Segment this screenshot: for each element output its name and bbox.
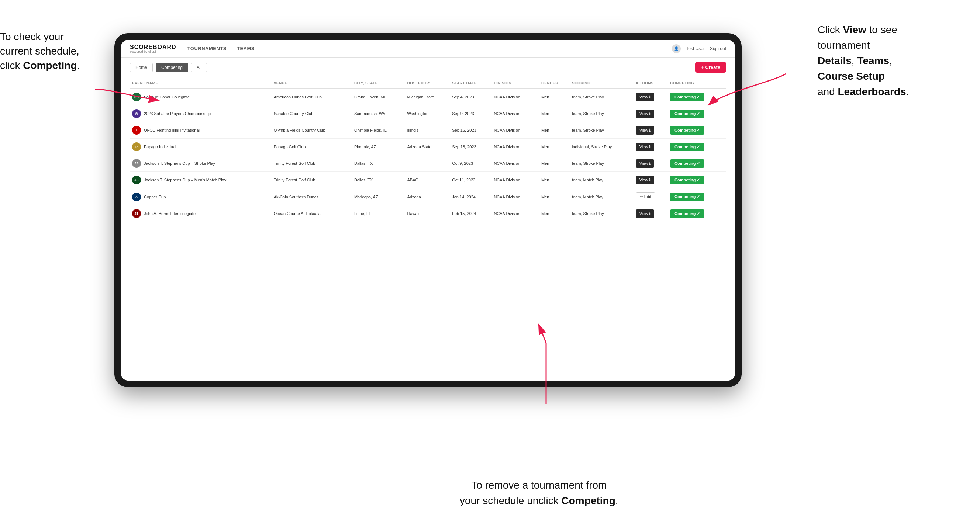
tournaments-table: EVENT NAME VENUE CITY, STATE HOSTED BY S… [130, 78, 726, 222]
competing-button[interactable]: Competing ✓ [670, 93, 705, 102]
city-state-cell: Olympia Fields, IL [352, 122, 405, 139]
division-cell: NCAA Division I [492, 139, 539, 155]
table-row: W 2023 Sahalee Players Championship Saha… [130, 105, 726, 122]
division-cell: NCAA Division I [492, 105, 539, 122]
event-name: Copper Cup [144, 195, 165, 199]
navbar: SCOREBOARD Powered by clippi TOURNAMENTS… [121, 40, 735, 57]
competing-cell: Competing ✓ [668, 139, 726, 155]
city-state-cell: Maricopa, AZ [352, 189, 405, 205]
venue-cell: Sahalee Country Club [272, 105, 352, 122]
actions-cell: View ℹ [633, 89, 668, 105]
start-date-cell: Oct 9, 2023 [450, 155, 492, 172]
competing-button[interactable]: Competing ✓ [670, 176, 705, 184]
division-cell: NCAA Division I [492, 89, 539, 105]
nav-tournaments[interactable]: TOURNAMENTS [188, 46, 227, 51]
view-button[interactable]: View ℹ [636, 93, 655, 102]
competing-button[interactable]: Competing ✓ [670, 126, 705, 135]
competing-button[interactable]: Competing ✓ [670, 210, 705, 218]
col-start-date: START DATE [450, 78, 492, 89]
view-button[interactable]: View ℹ [636, 159, 655, 168]
venue-cell: Trinity Forest Golf Club [272, 155, 352, 172]
team-logo: P [132, 142, 141, 151]
competing-cell: Competing ✓ [668, 122, 726, 139]
hosted-by-cell: Arizona [405, 189, 450, 205]
view-button[interactable]: View ℹ [636, 143, 655, 151]
table-row: P Papago Individual Papago Golf ClubPhoe… [130, 139, 726, 155]
view-button[interactable]: View ℹ [636, 176, 655, 184]
table-row: I OFCC Fighting Illini Invitational Olym… [130, 122, 726, 139]
col-competing: COMPETING [668, 78, 726, 89]
event-name-cell: JS Jackson T. Stephens Cup – Stroke Play [130, 155, 272, 172]
event-name: Folds of Honor Collegiate [144, 95, 190, 99]
city-state-cell: Phoenix, AZ [352, 139, 405, 155]
actions-cell: View ℹ [633, 172, 668, 189]
event-name: 2023 Sahalee Players Championship [144, 111, 211, 116]
toolbar: Home Competing All + Create [121, 57, 735, 78]
view-button[interactable]: View ℹ [636, 110, 655, 118]
scoring-cell: team, Stroke Play [570, 205, 633, 222]
hosted-by-cell: ABAC [405, 172, 450, 189]
team-logo: JS [132, 159, 141, 168]
venue-cell: Papago Golf Club [272, 139, 352, 155]
user-name: Test User [686, 46, 705, 51]
competing-button[interactable]: Competing ✓ [670, 192, 705, 201]
gender-cell: Men [539, 105, 570, 122]
view-button[interactable]: View ℹ [636, 126, 655, 135]
actions-cell: ✏ Edit [633, 189, 668, 205]
actions-cell: View ℹ [633, 205, 668, 222]
event-name: Jackson T. Stephens Cup – Men's Match Pl… [144, 178, 226, 182]
nav-links: TOURNAMENTS TEAMS [188, 46, 672, 51]
hosted-by-cell: Hawaii [405, 205, 450, 222]
tablet-screen: SCOREBOARD Powered by clippi TOURNAMENTS… [121, 40, 735, 381]
event-name-cell: FH Folds of Honor Collegiate [130, 89, 272, 105]
event-name-cell: W 2023 Sahalee Players Championship [130, 105, 272, 122]
table-row: JS Jackson T. Stephens Cup – Stroke Play… [130, 155, 726, 172]
scoring-cell: team, Stroke Play [570, 122, 633, 139]
tab-home[interactable]: Home [130, 63, 153, 72]
content-area: Home Competing All + Create EVENT NAME V… [121, 57, 735, 381]
create-button[interactable]: + Create [695, 62, 726, 73]
hosted-by-cell: Michigan State [405, 89, 450, 105]
competing-button[interactable]: Competing ✓ [670, 159, 705, 168]
start-date-cell: Oct 11, 2023 [450, 172, 492, 189]
event-name-cell: JS Jackson T. Stephens Cup – Men's Match… [130, 172, 272, 189]
team-logo: A [132, 192, 141, 202]
competing-cell: Competing ✓ [668, 172, 726, 189]
brand-subtitle: Powered by clippi [130, 50, 177, 54]
competing-cell: Competing ✓ [668, 205, 726, 222]
team-logo: FH [132, 92, 141, 102]
event-name-cell: P Papago Individual [130, 139, 272, 155]
actions-cell: View ℹ [633, 155, 668, 172]
team-logo: JS [132, 176, 141, 184]
venue-cell: Ocean Course At Hokuala [272, 205, 352, 222]
event-name: OFCC Fighting Illini Invitational [144, 128, 200, 132]
col-scoring: SCORING [570, 78, 633, 89]
gender-cell: Men [539, 155, 570, 172]
event-name-cell: A Copper Cup [130, 189, 272, 205]
sign-out-link[interactable]: Sign out [710, 46, 726, 51]
tab-competing[interactable]: Competing [156, 63, 188, 72]
division-cell: NCAA Division I [492, 155, 539, 172]
nav-teams[interactable]: TEAMS [237, 46, 255, 51]
col-gender: GENDER [539, 78, 570, 89]
event-name: Papago Individual [144, 144, 176, 149]
venue-cell: American Dunes Golf Club [272, 89, 352, 105]
division-cell: NCAA Division I [492, 122, 539, 139]
edit-button[interactable]: ✏ Edit [636, 192, 655, 202]
city-state-cell: Lihue, HI [352, 205, 405, 222]
annotation-top-right: Click View to see tournament Details, Te… [818, 22, 958, 100]
col-division: DIVISION [492, 78, 539, 89]
venue-cell: Trinity Forest Golf Club [272, 172, 352, 189]
col-actions: ACTIONS [633, 78, 668, 89]
scoring-cell: team, Stroke Play [570, 155, 633, 172]
scoring-cell: individual, Stroke Play [570, 139, 633, 155]
competing-button[interactable]: Competing ✓ [670, 143, 705, 151]
scoring-cell: team, Match Play [570, 189, 633, 205]
event-name: Jackson T. Stephens Cup – Stroke Play [144, 161, 215, 165]
competing-button[interactable]: Competing ✓ [670, 110, 705, 118]
gender-cell: Men [539, 172, 570, 189]
view-button[interactable]: View ℹ [636, 210, 655, 218]
team-logo: I [132, 126, 141, 135]
tab-all[interactable]: All [191, 63, 207, 72]
hosted-by-cell: Washington [405, 105, 450, 122]
